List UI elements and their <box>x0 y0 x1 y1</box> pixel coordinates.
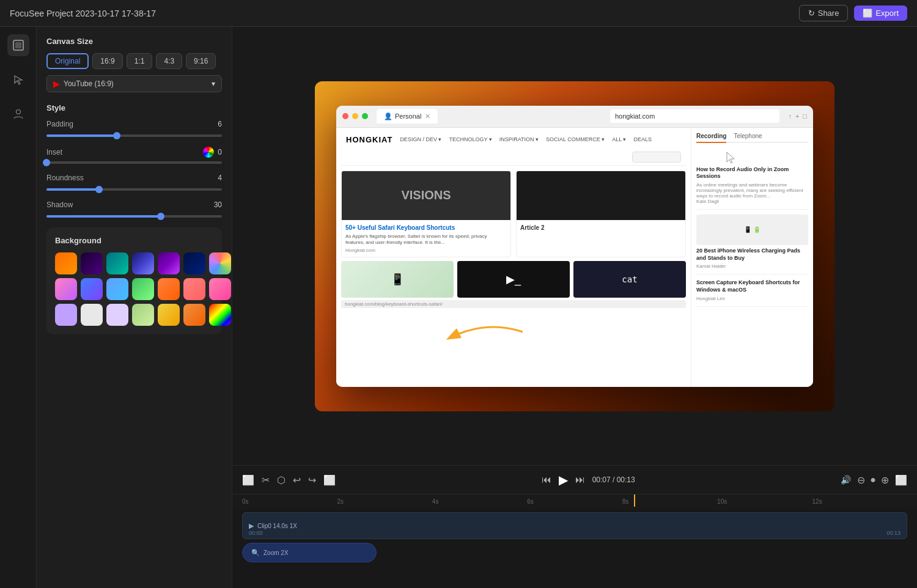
youtube-select[interactable]: ▶ YouTube (16:9) ▾ <box>46 75 222 92</box>
bottom-card-1-img: 📱 <box>341 261 454 298</box>
clip0-track[interactable]: ▶ Clip0 14.0s 1X 00:00 00:13 <box>242 512 907 539</box>
time-display: 00:07 / 00:13 <box>592 476 635 484</box>
sidebar-tab-telephone[interactable]: Telephone <box>734 133 762 142</box>
nav-design[interactable]: DESIGN / DEV ▾ <box>400 136 441 142</box>
bg-swatch-s2[interactable] <box>81 252 103 274</box>
zoom-in-button[interactable]: ⊕ <box>881 474 889 486</box>
bg-swatch-s7[interactable] <box>209 252 231 274</box>
size-btn-9-16[interactable]: 9:16 <box>186 53 216 69</box>
share-button[interactable]: ↻ Share <box>799 5 849 21</box>
bg-swatch-s16[interactable] <box>81 304 103 326</box>
sidebar-canvas-btn[interactable] <box>7 34 29 56</box>
shadow-slider[interactable] <box>46 215 222 218</box>
rewind-button[interactable]: ⏮ <box>542 474 551 485</box>
bg-swatch-s13[interactable] <box>183 278 205 300</box>
bg-swatch-s8[interactable] <box>55 278 77 300</box>
article-body-2: Article 2 <box>517 220 685 237</box>
padding-slider[interactable] <box>46 134 222 137</box>
bg-swatch-s6[interactable] <box>183 252 205 274</box>
article-img-2 <box>517 171 685 220</box>
playhead-marker <box>632 494 639 507</box>
search-box[interactable] <box>632 152 681 163</box>
sidebar-user-btn[interactable] <box>7 103 29 125</box>
bg-swatch-s10[interactable] <box>106 278 128 300</box>
size-btn-4-3[interactable]: 4:3 <box>156 53 182 69</box>
size-btn-16-9[interactable]: 16:9 <box>92 53 122 69</box>
bg-swatch-s18[interactable] <box>132 304 154 326</box>
bg-swatch-s20[interactable] <box>183 304 205 326</box>
ruler-mark-12: 12s <box>812 498 907 505</box>
browser-url-bar[interactable]: hongkiat.com <box>610 109 780 123</box>
sidebar-cursor-btn[interactable] <box>7 68 29 90</box>
article-title-2: Article 2 <box>520 224 682 232</box>
padding-label: Padding <box>46 120 73 128</box>
bg-swatch-s14[interactable] <box>209 278 231 300</box>
roundness-slider[interactable] <box>46 188 222 191</box>
nav-tech[interactable]: TECHNOLOGY ▾ <box>449 136 492 142</box>
clip-track-row: ▶ Clip0 14.0s 1X 00:00 00:13 <box>242 512 907 539</box>
main-layout: Canvas Size Original 16:9 1:1 4:3 9:16 ▶… <box>0 27 917 588</box>
sidebar-tabs: Recording Telephone <box>696 133 808 143</box>
undo-button[interactable]: ↩ <box>293 474 301 486</box>
browser-dot-red <box>342 113 348 119</box>
bg-swatch-s4[interactable] <box>132 252 154 274</box>
redo-button[interactable]: ↪ <box>308 474 316 486</box>
crop-button[interactable]: ⬜ <box>242 474 254 486</box>
bg-swatch-s15[interactable] <box>55 304 77 326</box>
center-area: 👤 Personal ✕ hongkiat.com ↑+□ <box>232 27 917 588</box>
split-button[interactable]: ⬡ <box>277 474 285 486</box>
bg-swatch-s3[interactable] <box>106 252 128 274</box>
bg-swatch-s12[interactable] <box>158 278 180 300</box>
bg-swatch-s21[interactable] <box>209 304 231 326</box>
nav-deals[interactable]: DEALS <box>633 136 652 142</box>
bg-swatch-s11[interactable] <box>132 278 154 300</box>
sidebar-article-1-excerpt: As online meetings and webinars become i… <box>696 182 808 199</box>
shadow-label: Shadow <box>46 200 73 209</box>
color-wheel-icon[interactable] <box>203 147 214 158</box>
browser-tab[interactable]: 👤 Personal ✕ <box>377 109 438 123</box>
padding-value: 6 <box>218 120 222 128</box>
bg-swatch-s9[interactable] <box>81 278 103 300</box>
playback-controls: ⬜ ✂ ⬡ ↩ ↪ ⬜ ⏮ ▶ ⏭ 00:07 / 00:13 <box>232 466 917 494</box>
bg-swatch-s17[interactable] <box>106 304 128 326</box>
nav-social[interactable]: SOCIAL COMMERCE ▾ <box>546 136 605 142</box>
clip-end-time: 00:13 <box>886 530 900 536</box>
nav-all[interactable]: ALL ▾ <box>612 136 626 142</box>
style-title: Style <box>46 103 222 112</box>
chevron-down-icon: ▾ <box>212 79 215 88</box>
fullscreen-button[interactable]: ⬜ <box>895 474 907 486</box>
zoom-track[interactable]: 🔍 Zoom 2X <box>242 543 377 562</box>
browser-dot-green <box>362 113 368 119</box>
sidebar-article-1-author: Kate Dagli <box>696 199 808 204</box>
sidebar-tab-recording[interactable]: Recording <box>696 133 726 143</box>
sidebar-article-2-img: 📱 🔋 <box>696 215 808 245</box>
sidebar-article-1-title: How to Record Audio Only in Zoom Session… <box>696 166 808 180</box>
delete-button[interactable]: ⬜ <box>323 474 336 486</box>
svg-rect-1 <box>15 42 21 48</box>
bg-swatch-s19[interactable] <box>158 304 180 326</box>
volume-icon[interactable]: 🔊 <box>841 475 851 485</box>
bg-swatch-s5[interactable] <box>158 252 180 274</box>
bottom-article-row: 📱 ▶_ cat <box>341 261 686 298</box>
cut-button[interactable]: ✂ <box>262 474 270 486</box>
padding-row: Padding 6 <box>46 120 222 128</box>
export-button[interactable]: ⬜ Export <box>854 6 907 21</box>
article-body-safari: 50+ Useful Safari Keyboard Shortcuts As … <box>342 220 510 257</box>
video-preview-background: 👤 Personal ✕ hongkiat.com ↑+□ <box>315 81 834 411</box>
sidebar-article-2-author: Kamal Halder <box>696 263 808 269</box>
timeline-area: ⬜ ✂ ⬡ ↩ ↪ ⬜ ⏮ ▶ ⏭ 00:07 / 00:13 <box>232 465 917 588</box>
play-button[interactable]: ▶ <box>559 472 568 487</box>
track-area: ▶ Clip0 14.0s 1X 00:00 00:13 🔍 Zoom 2X <box>232 509 917 588</box>
ruler-marks: 0s 2s 4s 6s 8s 10s 12s <box>242 498 907 505</box>
nav-inspiration[interactable]: INSPIRATION ▾ <box>499 136 539 142</box>
fast-forward-button[interactable]: ⏭ <box>575 474 585 485</box>
zoom-out-button[interactable]: ⊖ <box>857 474 865 486</box>
size-btn-original[interactable]: Original <box>46 53 89 69</box>
article-title-safari: 50+ Useful Safari Keyboard Shortcuts <box>345 224 507 232</box>
ruler-mark-6: 6s <box>527 498 622 505</box>
size-btn-1-1[interactable]: 1:1 <box>127 53 153 69</box>
inset-label: Inset <box>46 148 62 156</box>
bg-swatch-s1[interactable] <box>55 252 77 274</box>
inset-slider[interactable] <box>46 161 222 164</box>
timeline-ruler: 0s 2s 4s 6s 8s 10s 12s <box>232 494 917 509</box>
